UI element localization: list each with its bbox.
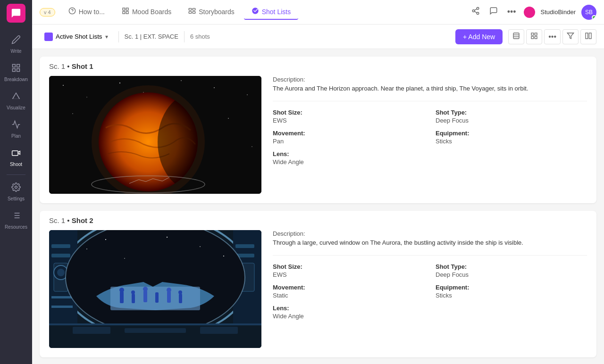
howto-icon [68,7,76,16]
shot-2-header: Sc. 1 • Shot 2 [40,211,596,224]
svg-point-75 [223,256,224,256]
tab-shotlists[interactable]: Shot Lists [244,4,298,20]
view-list-button[interactable] [508,29,524,44]
shot-2-size-value: EWS [273,271,424,278]
svg-rect-33 [535,36,537,39]
share-button[interactable] [470,5,482,19]
svg-point-39 [86,97,87,98]
svg-rect-83 [155,292,159,303]
toolbar: Active Shot Lists ▾ Sc. 1 | EXT. SPACE 6… [32,25,604,49]
shot-1-body: Description: The Aurora and The Horizon … [40,70,596,203]
shot-1-type-value: Deep Focus [436,117,587,124]
columns-button[interactable] [580,29,596,44]
svg-line-26 [474,9,477,10]
svg-rect-35 [586,33,588,39]
shot-list-label: Active Shot Lists [56,33,102,40]
svg-rect-3 [17,69,20,72]
sidebar-item-plan[interactable]: Plan [0,115,32,143]
add-new-button[interactable]: + Add New [455,29,503,44]
sidebar-item-breakdown[interactable]: Breakdown [0,58,32,87]
sidebar-item-settings[interactable]: Settings [0,178,32,206]
shot-2-movement-label: Movement: [273,284,424,291]
resources-icon [11,211,21,223]
shot-1-lens: Lens: Wide Angle [273,150,424,165]
version-badge[interactable]: v 4 [40,8,55,17]
comment-button[interactable] [487,5,500,19]
svg-point-47 [252,146,252,147]
svg-point-22 [477,8,479,10]
shot-1-desc-text: The Aurora and The Horizon approach. Nea… [273,84,587,93]
shot-2-type: Shot Type: Deep Focus [436,263,587,278]
svg-point-46 [228,118,229,119]
tab-moodboards[interactable]: Mood Boards [114,4,179,20]
sidebar-label-write: Write [10,49,21,54]
studio-logo-icon [524,7,535,18]
shot-2-divider [273,255,587,256]
toolbar-divider-2 [184,31,185,42]
shot-2-meta-grid: Shot Size: EWS Shot Type: Deep Focus Mov… [273,263,587,320]
svg-rect-93 [200,327,238,334]
svg-point-40 [119,83,120,83]
sidebar-item-visualize[interactable]: Visualize [0,87,32,115]
svg-point-87 [178,290,182,294]
svg-rect-90 [49,323,261,325]
tab-storyboards[interactable]: Storyboards [181,4,242,20]
tab-storyboards-label: Storyboards [199,8,234,16]
svg-rect-91 [73,327,110,334]
svg-point-61 [57,269,65,276]
shot-1-equipment: Equipment: Sticks [436,130,587,145]
nav-right: ••• StudioBinder SB [470,5,596,20]
sidebar-item-shoot[interactable]: Shoot [0,143,32,172]
avatar: SB [581,5,596,20]
shot-2-details: Description: Through a large, curved win… [273,230,587,348]
shot-2-equipment: Equipment: Sticks [436,284,587,299]
plan-icon [11,120,21,132]
shot-2-image [49,230,261,348]
sidebar-item-write[interactable]: Write [0,30,32,58]
sidebar-label-resources: Resources [5,224,27,230]
sidebar-label-plan: Plan [11,133,21,139]
tab-howto[interactable]: How to... [61,4,112,20]
shot-2-body: Description: Through a large, curved win… [40,224,596,357]
svg-rect-20 [189,11,192,13]
svg-rect-62 [51,296,73,298]
sidebar-logo[interactable] [7,4,25,23]
shot-1-size: Shot Size: EWS [273,109,424,124]
svg-point-70 [86,248,87,249]
shot-1-movement-label: Movement: [273,130,424,137]
shot-list-selector[interactable]: Active Shot Lists ▾ [40,30,113,44]
shot-list-icon [44,33,53,41]
shot-2-desc-text: Through a large, curved window on The Au… [273,238,587,248]
sidebar-item-resources[interactable]: Resources [0,206,32,234]
sidebar-label-breakdown: Breakdown [4,77,28,82]
svg-rect-4 [12,151,18,156]
svg-point-74 [200,246,201,247]
svg-rect-63 [51,306,73,308]
more-menu-button[interactable]: ••• [505,5,518,19]
svg-rect-18 [189,8,192,10]
visualize-icon [11,91,21,103]
shot-2-lens: Lens: Wide Angle [273,305,424,320]
shotlist-icon [252,7,259,16]
svg-rect-58 [51,254,70,257]
more-options-button[interactable]: ••• [544,29,561,44]
svg-rect-1 [17,65,20,67]
svg-rect-27 [513,33,519,39]
svg-line-25 [474,11,477,13]
tab-moodboards-label: Mood Boards [132,8,171,16]
shot-1-type-label: Shot Type: [436,109,587,116]
shot-2-movement: Movement: Static [273,284,424,299]
svg-rect-81 [143,290,147,302]
svg-point-23 [472,10,475,12]
svg-rect-17 [126,11,128,14]
shot-1-size-label: Shot Size: [273,109,424,116]
shot-1-movement: Movement: Pan [273,130,424,145]
svg-point-43 [214,87,215,88]
shot-2-type-value: Deep Focus [436,271,587,278]
scene-label: Sc. 1 | EXT. SPACE [125,33,178,40]
view-grid-button[interactable] [526,29,542,44]
shot-2-equipment-value: Sticks [436,292,587,299]
filter-button[interactable] [562,29,579,44]
svg-rect-92 [125,328,186,333]
shot-2-equipment-label: Equipment: [436,284,587,291]
